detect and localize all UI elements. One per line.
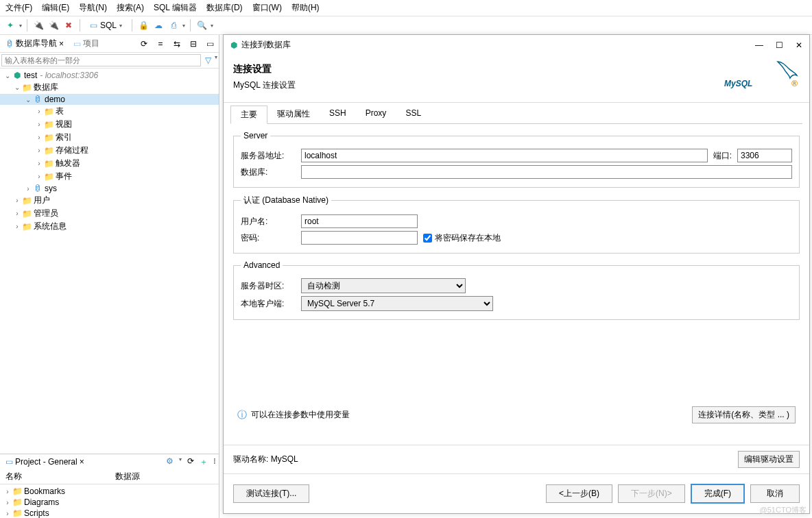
tab-navigator[interactable]: 🛢 数据库导航 × [3, 36, 67, 51]
host-label: 服务器地址: [241, 150, 296, 162]
gear-icon[interactable]: ⚙ [166, 456, 174, 468]
nav-tool-2-icon[interactable]: = [154, 38, 167, 50]
tree-demo[interactable]: ⌄🛢demo [0, 94, 219, 105]
info-text: 可以在连接参数中使用变量 [251, 409, 350, 421]
tree-indexes[interactable]: ›📁索引 [0, 131, 219, 144]
tab-project-general[interactable]: ▭ Project - General × [3, 456, 87, 468]
tree-triggers[interactable]: ›📁触发器 [0, 157, 219, 170]
minimize-icon[interactable]: — [755, 40, 763, 50]
nav-tool-5-icon[interactable]: ▭ [204, 38, 216, 50]
save-password-checkbox[interactable] [423, 234, 432, 243]
menu-help[interactable]: 帮助(H) [291, 2, 320, 14]
pass-input[interactable] [301, 231, 418, 245]
dialog-icon: ⬢ [230, 40, 237, 50]
db-tree: ⌄⬢ test - localhost:3306 ⌄📁数据库 ⌄🛢demo ›📁… [0, 69, 219, 454]
search-icon[interactable]: 🔍 [195, 19, 208, 32]
database-icon: 🛢 [5, 39, 14, 49]
port-input[interactable] [737, 149, 792, 162]
tree-events[interactable]: ›📁事件 [0, 170, 219, 183]
commit-icon[interactable]: 🔒 [137, 19, 150, 32]
tree-connection[interactable]: ⌄⬢ test - localhost:3306 [0, 70, 219, 81]
tree-tables[interactable]: ›📁表 [0, 105, 219, 118]
menu-file[interactable]: 文件(F) [5, 2, 32, 14]
tree-views[interactable]: ›📁视图 [0, 118, 219, 131]
tab-driver-props[interactable]: 驱动属性 [267, 106, 320, 123]
col-datasource: 数据源 [110, 469, 219, 484]
col-name: 名称 [0, 469, 110, 484]
dialog-subheading: MySQL 连接设置 [233, 79, 296, 91]
refresh-icon[interactable]: ⟳ [187, 456, 194, 468]
svg-text:MySQL: MySQL [724, 79, 752, 88]
menu-sql[interactable]: SQL 编辑器 [154, 2, 197, 14]
connect-icon[interactable]: 🔌 [32, 19, 45, 32]
next-button: 下一步(N)> [618, 484, 685, 503]
nav-tool-4-icon[interactable]: ⊟ [187, 38, 200, 50]
nav-tool-1-icon[interactable]: ⟳ [138, 38, 150, 50]
project-panel: ▭ Project - General × ⚙▾ ⟳ ＋ ⁝ 名称 数据源 ›📁… [0, 454, 219, 518]
driver-name: 驱动名称: MySQL [233, 454, 298, 465]
close-icon[interactable]: × [59, 39, 64, 49]
nav-tool-3-icon[interactable]: ⇆ [171, 38, 183, 50]
tab-ssl[interactable]: SSL [396, 106, 431, 123]
tree-databases[interactable]: ⌄📁数据库 [0, 81, 219, 94]
cancel-button[interactable]: 取消 [750, 484, 800, 503]
tab-main[interactable]: 主要 [230, 106, 267, 124]
test-connection-button[interactable]: 测试连接(T)... [233, 484, 309, 503]
new-connection-icon[interactable]: ✦ [4, 19, 16, 32]
edit-driver-button[interactable]: 编辑驱动设置 [738, 451, 800, 468]
diagrams-item[interactable]: ›📁Diagrams [0, 497, 219, 508]
mysql-logo: MySQL® [724, 59, 800, 95]
db-input[interactable] [301, 165, 792, 179]
tree-admins[interactable]: ›📁管理员 [0, 207, 219, 220]
info-icon: ⓘ [237, 409, 247, 421]
tab-proxy[interactable]: Proxy [356, 106, 396, 123]
sql-editor-button[interactable]: ▭ SQL ▾ [85, 18, 127, 32]
tx-icon[interactable]: ⎙ [167, 19, 180, 32]
tab-projects[interactable]: ▭ 项目 [71, 36, 102, 51]
pass-label: 密码: [241, 232, 296, 244]
stop-icon[interactable]: ✖ [62, 19, 75, 32]
add-icon[interactable]: ＋ [200, 456, 208, 468]
timezone-label: 服务器时区: [241, 280, 296, 292]
auth-fieldset: 认证 (Database Native) 用户名: 密码: 将密码保存在本地 [233, 195, 800, 254]
watermark: @51CTO博客 [760, 505, 807, 515]
menu-nav[interactable]: 导航(N) [79, 2, 107, 14]
bookmarks-item[interactable]: ›📁Bookmarks [0, 486, 219, 497]
maximize-icon[interactable]: ☐ [776, 40, 783, 50]
user-input[interactable] [301, 214, 418, 228]
tab-ssh[interactable]: SSH [320, 106, 356, 123]
tree-sys[interactable]: ›🛢sys [0, 183, 219, 194]
filter-icon[interactable]: ▽ [201, 54, 215, 66]
user-label: 用户名: [241, 216, 296, 227]
close-icon[interactable]: ✕ [796, 40, 802, 50]
menu-window[interactable]: 窗口(W) [252, 2, 282, 14]
rollback-icon[interactable]: ☁ [152, 19, 165, 32]
server-fieldset: Server 服务器地址: 端口: 数据库: [233, 131, 800, 188]
advanced-fieldset: Advanced 服务器时区: 自动检测 本地客户端: MySQL Server… [233, 260, 800, 320]
client-select[interactable]: MySQL Server 5.7 [301, 296, 493, 311]
scripts-item[interactable]: ›📁Scripts [0, 508, 219, 518]
dialog-title: 连接到数据库 [241, 39, 291, 51]
timezone-select[interactable]: 自动检测 [301, 278, 466, 293]
left-panel: 🛢 数据库导航 × ▭ 项目 ⟳ = ⇆ ⊟ ▭ ▽ ▾ ⌄⬢ [0, 35, 219, 518]
menu-bar: 文件(F) 编辑(E) 导航(N) 搜索(A) SQL 编辑器 数据库(D) 窗… [0, 0, 812, 16]
project-icon: ▭ [73, 39, 81, 49]
client-label: 本地客户端: [241, 298, 296, 310]
menu-edit[interactable]: 编辑(E) [42, 2, 69, 14]
menu-db[interactable]: 数据库(D) [206, 2, 243, 14]
filter-input[interactable] [1, 54, 201, 66]
menu-icon[interactable]: ⁝ [213, 456, 216, 468]
host-input[interactable] [301, 149, 708, 162]
close-icon[interactable]: × [80, 457, 84, 467]
disconnect-icon[interactable]: 🔌 [47, 19, 60, 32]
port-label: 端口: [713, 150, 732, 162]
tree-users[interactable]: ›📁用户 [0, 194, 219, 207]
menu-search[interactable]: 搜索(A) [117, 2, 144, 14]
tree-procs[interactable]: ›📁存储过程 [0, 144, 219, 157]
connection-dialog: ⬢ 连接到数据库 — ☐ ✕ 连接设置 MySQL 连接设置 MySQL® 主要… [223, 34, 810, 514]
save-password-label: 将密码保存在本地 [435, 232, 501, 244]
tree-sysinfo[interactable]: ›📁系统信息 [0, 220, 219, 233]
connection-details-button[interactable]: 连接详情(名称、类型 ... ) [692, 406, 796, 423]
back-button[interactable]: <上一步(B) [546, 484, 612, 503]
finish-button[interactable]: 完成(F) [691, 484, 745, 504]
